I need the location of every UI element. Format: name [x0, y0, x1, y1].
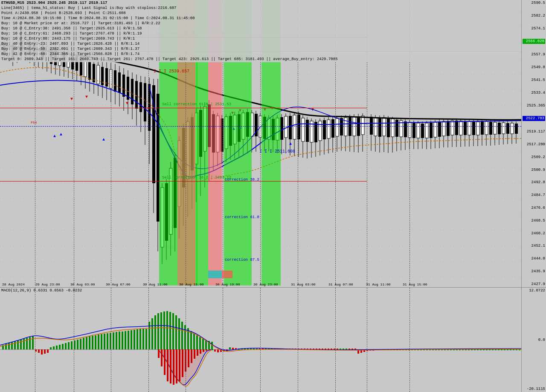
macd-price-zero: 0.0: [523, 338, 545, 342]
svg-rect-311: [160, 312, 162, 349]
svg-rect-368: [331, 349, 332, 349]
svg-rect-324: [199, 337, 201, 349]
macd-price-axis: 12.0722 0.0 -20.1115: [521, 288, 546, 392]
svg-rect-442: [188, 349, 189, 367]
macd-svg: [0, 288, 521, 392]
header-line5: Buy: 10 @ C_Entry:38: 2491.358 || Target…: [1, 26, 520, 31]
svg-rect-325: [202, 339, 204, 349]
header-line2: Point A:2430.958 | Point B:2528.693 | Po…: [1, 11, 520, 16]
svg-rect-303: [136, 329, 138, 349]
svg-rect-414: [468, 349, 470, 350]
svg-rect-445: [197, 349, 198, 356]
svg-rect-447: [203, 349, 204, 352]
svg-rect-71: [114, 70, 116, 92]
svg-rect-261: [11, 342, 13, 349]
svg-rect-432: [158, 349, 160, 358]
price-2484: 2484.7: [523, 193, 545, 197]
svg-rect-315: [172, 313, 174, 349]
svg-rect-273: [47, 349, 49, 353]
svg-rect-265: [23, 339, 25, 349]
svg-rect-430: [516, 349, 517, 350]
price-2557: 2557.9: [523, 52, 545, 57]
macd-v-line-3: [111, 288, 111, 392]
svg-rect-195: [383, 118, 386, 136]
svg-rect-59: [88, 62, 91, 80]
price-2435: 2435.9: [523, 269, 545, 274]
svg-rect-374: [349, 349, 350, 349]
svg-rect-299: [125, 331, 126, 349]
macd-v-line-4: [148, 288, 149, 392]
svg-rect-277: [59, 345, 61, 349]
svg-rect-371: [340, 349, 341, 349]
svg-rect-376: [354, 349, 356, 349]
price-2492: 2492.8: [523, 180, 545, 184]
chart-area[interactable]: ETHUSD,M15 2523.904 2525.245 2519.117 25…: [0, 0, 546, 288]
price-2519: 2519.117: [523, 130, 545, 134]
svg-rect-434: [164, 349, 166, 375]
header-info: ETHUSD,M15 2523.904 2525.245 2519.117 25…: [0, 0, 521, 62]
svg-rect-293: [107, 333, 108, 349]
svg-rect-306: [145, 329, 147, 349]
svg-rect-181: [349, 117, 351, 136]
svg-rect-247: [494, 122, 497, 134]
macd-v-line-6: [223, 288, 223, 392]
svg-rect-295: [113, 332, 114, 349]
svg-rect-370: [337, 349, 338, 349]
svg-rect-275: [53, 346, 55, 349]
svg-rect-421: [489, 349, 491, 350]
svg-rect-439: [179, 349, 180, 381]
label-level-2539: I I I 2539.657: [154, 69, 189, 74]
time-label-10: 31 Aug 11:00: [366, 282, 391, 286]
price-2500: 2500.9: [523, 168, 545, 172]
svg-rect-292: [104, 334, 105, 349]
macd-v-line-7: [260, 288, 261, 392]
sell-arrow-1: ▼: [70, 97, 73, 101]
header-line3: Time A:2024.08.30 19:15:00 | Time B:2024…: [1, 16, 520, 21]
svg-rect-189: [370, 117, 373, 135]
svg-rect-233: [464, 121, 467, 135]
svg-rect-418: [480, 349, 482, 350]
svg-rect-73: [118, 72, 121, 93]
svg-rect-251: [502, 123, 505, 134]
svg-rect-316: [175, 315, 177, 349]
svg-rect-448: [206, 349, 207, 351]
svg-rect-420: [486, 349, 488, 350]
price-2525: 2525.365: [523, 104, 545, 108]
svg-rect-173: [331, 119, 334, 138]
svg-rect-304: [139, 329, 141, 349]
svg-rect-255: [511, 123, 514, 134]
svg-rect-423: [495, 349, 497, 350]
header-line4: Buy: 10 @ Market price or at: 2516.727 |…: [1, 21, 520, 26]
macd-price-top: 12.0722: [523, 288, 545, 293]
sell-arrow-3: ▼: [126, 101, 128, 106]
macd-price-bottom: -20.1115: [523, 387, 545, 391]
svg-rect-167: [319, 121, 322, 141]
svg-rect-305: [142, 329, 144, 349]
svg-rect-341: [250, 349, 252, 349]
svg-rect-426: [504, 349, 505, 350]
svg-rect-425: [501, 349, 502, 350]
svg-rect-302: [134, 330, 135, 349]
svg-rect-375: [351, 349, 353, 349]
svg-rect-290: [98, 334, 99, 349]
svg-rect-308: [151, 318, 153, 349]
svg-rect-440: [182, 349, 183, 377]
svg-rect-225: [447, 121, 450, 136]
svg-rect-433: [161, 349, 163, 366]
buy-arrow-3: ▲: [102, 137, 105, 142]
svg-rect-281: [71, 341, 73, 349]
svg-rect-165: [314, 122, 317, 142]
svg-rect-279: [65, 343, 67, 349]
small-red-rect: [222, 271, 232, 278]
header-title: ETHUSD,M15 2523.904 2525.245 2519.117 25…: [1, 0, 520, 6]
macd-v-line-10: [367, 288, 367, 392]
svg-rect-217: [430, 123, 433, 138]
header-line10: Buy: 42 @ Entry:-88: 2344.365 || Target:…: [1, 52, 520, 57]
price-2468: 2468.5: [523, 219, 545, 223]
svg-rect-177: [340, 118, 343, 135]
price-2574: 2574.1: [523, 26, 545, 31]
svg-rect-197: [387, 118, 390, 137]
macd-v-line-1: [35, 288, 35, 392]
svg-rect-201: [395, 120, 398, 137]
svg-rect-187: [361, 116, 364, 135]
